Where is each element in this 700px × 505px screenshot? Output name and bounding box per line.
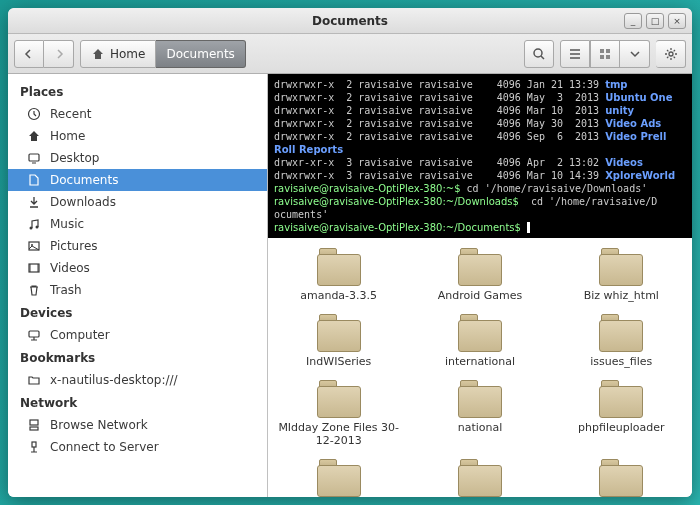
sidebar-item-browse-network[interactable]: Browse Network bbox=[8, 414, 267, 436]
search-icon bbox=[532, 47, 546, 61]
folder-label: IndWISeries bbox=[306, 355, 371, 368]
sidebar-item-connect-to-server[interactable]: Connect to Server bbox=[8, 436, 267, 458]
window-controls: _ □ × bbox=[624, 13, 686, 29]
path-home-label: Home bbox=[110, 47, 145, 61]
sidebar-item-label: Trash bbox=[50, 283, 82, 297]
folder-item[interactable]: ratecard2 bbox=[556, 457, 686, 497]
folder-label: international bbox=[445, 355, 515, 368]
folder-item[interactable]: international bbox=[415, 312, 545, 368]
chevron-down-icon bbox=[630, 49, 640, 59]
home-icon bbox=[26, 128, 42, 144]
folder-item[interactable]: issues_files bbox=[556, 312, 686, 368]
sidebar-item-home[interactable]: Home bbox=[8, 125, 267, 147]
file-grid: amanda-3.3.5Android GamesBiz whiz_htmlIn… bbox=[268, 238, 692, 497]
grid-icon bbox=[598, 47, 612, 61]
folder-item[interactable]: phpfileuploader bbox=[556, 378, 686, 447]
folder-label: issues_files bbox=[590, 355, 652, 368]
sidebar-heading: Network bbox=[8, 391, 267, 414]
svg-point-5 bbox=[669, 52, 673, 56]
sidebar-item-label: Downloads bbox=[50, 195, 116, 209]
sidebar-item-label: Desktop bbox=[50, 151, 100, 165]
toolbar: Home Documents bbox=[8, 34, 692, 74]
chevron-right-icon bbox=[54, 49, 64, 59]
folder-label: Android Games bbox=[438, 289, 523, 302]
folder-item[interactable]: plogger-1.0RC1 bbox=[274, 457, 404, 497]
documents-icon bbox=[26, 172, 42, 188]
svg-point-8 bbox=[30, 227, 33, 230]
sidebar-item-x-nautilus-desktop-[interactable]: x-nautilus-desktop:/// bbox=[8, 369, 267, 391]
svg-rect-7 bbox=[29, 154, 39, 161]
folder-icon bbox=[597, 312, 645, 352]
folder-icon bbox=[315, 312, 363, 352]
sidebar-heading: Devices bbox=[8, 301, 267, 324]
folder-label: MIdday Zone Files 30-12-2013 bbox=[276, 421, 402, 447]
close-button[interactable]: × bbox=[668, 13, 686, 29]
folder-icon bbox=[456, 378, 504, 418]
sidebar-item-pictures[interactable]: Pictures bbox=[8, 235, 267, 257]
folder-icon bbox=[315, 246, 363, 286]
maximize-button[interactable]: □ bbox=[646, 13, 664, 29]
path-documents[interactable]: Documents bbox=[156, 40, 245, 68]
recent-icon bbox=[26, 106, 42, 122]
videos-icon bbox=[26, 260, 42, 276]
sidebar-item-computer[interactable]: Computer bbox=[8, 324, 267, 346]
computer-icon bbox=[26, 327, 42, 343]
minimize-button[interactable]: _ bbox=[624, 13, 642, 29]
view-dropdown-button[interactable] bbox=[620, 40, 650, 68]
svg-rect-15 bbox=[30, 427, 38, 430]
svg-rect-16 bbox=[32, 442, 36, 447]
svg-rect-14 bbox=[30, 420, 38, 425]
settings-button[interactable] bbox=[656, 40, 686, 68]
sidebar-item-label: Pictures bbox=[50, 239, 98, 253]
folder-icon bbox=[456, 457, 504, 497]
folder-icon bbox=[26, 372, 42, 388]
folder-item[interactable]: Android Games bbox=[415, 246, 545, 302]
sidebar-item-label: x-nautilus-desktop:/// bbox=[50, 373, 178, 387]
folder-label: national bbox=[458, 421, 503, 434]
sidebar-heading: Places bbox=[8, 80, 267, 103]
sidebar: PlacesRecentHomeDesktopDocumentsDownload… bbox=[8, 74, 268, 497]
chevron-left-icon bbox=[24, 49, 34, 59]
folder-item[interactable]: Biz whiz_html bbox=[556, 246, 686, 302]
sidebar-item-desktop[interactable]: Desktop bbox=[8, 147, 267, 169]
back-button[interactable] bbox=[14, 40, 44, 68]
svg-point-9 bbox=[36, 226, 39, 229]
sidebar-heading: Bookmarks bbox=[8, 346, 267, 369]
folder-label: amanda-3.3.5 bbox=[300, 289, 377, 302]
content-area: PlacesRecentHomeDesktopDocumentsDownload… bbox=[8, 74, 692, 497]
pathbar: Home Documents bbox=[80, 40, 246, 68]
sidebar-item-label: Recent bbox=[50, 107, 91, 121]
sidebar-item-trash[interactable]: Trash bbox=[8, 279, 267, 301]
folder-label: Biz whiz_html bbox=[584, 289, 659, 302]
search-button[interactable] bbox=[524, 40, 554, 68]
window-title: Documents bbox=[312, 14, 388, 28]
sidebar-item-videos[interactable]: Videos bbox=[8, 257, 267, 279]
sidebar-item-music[interactable]: Music bbox=[8, 213, 267, 235]
folder-label: phpfileuploader bbox=[578, 421, 664, 434]
sidebar-item-downloads[interactable]: Downloads bbox=[8, 191, 267, 213]
sidebar-item-recent[interactable]: Recent bbox=[8, 103, 267, 125]
desktop-icon bbox=[26, 150, 42, 166]
list-icon bbox=[568, 47, 582, 61]
svg-rect-3 bbox=[600, 55, 604, 59]
music-icon bbox=[26, 216, 42, 232]
view-list-button[interactable] bbox=[560, 40, 590, 68]
gear-icon bbox=[664, 47, 678, 61]
path-home[interactable]: Home bbox=[80, 40, 156, 68]
folder-item[interactable]: IndWISeries bbox=[274, 312, 404, 368]
folder-item[interactable]: national bbox=[415, 378, 545, 447]
svg-rect-1 bbox=[600, 49, 604, 53]
svg-point-0 bbox=[534, 49, 542, 57]
folder-icon bbox=[597, 457, 645, 497]
sidebar-item-label: Documents bbox=[50, 173, 118, 187]
folder-item[interactable]: MIdday Zone Files 30-12-2013 bbox=[274, 378, 404, 447]
folder-icon bbox=[597, 246, 645, 286]
folder-item[interactable]: amanda-3.3.5 bbox=[274, 246, 404, 302]
sidebar-item-label: Music bbox=[50, 217, 84, 231]
terminal[interactable]: drwxrwxr-x 2 ravisaive ravisaive 4096 Ja… bbox=[268, 74, 692, 238]
forward-button[interactable] bbox=[44, 40, 74, 68]
sidebar-item-label: Home bbox=[50, 129, 85, 143]
sidebar-item-documents[interactable]: Documents bbox=[8, 169, 267, 191]
folder-item[interactable]: ratecard bbox=[415, 457, 545, 497]
view-grid-button[interactable] bbox=[590, 40, 620, 68]
